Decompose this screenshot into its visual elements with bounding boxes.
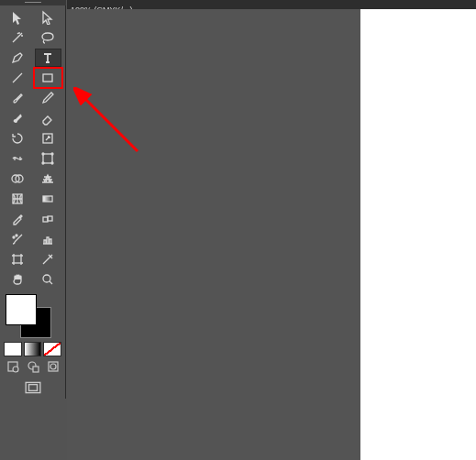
svg-point-14: [16, 235, 17, 236]
eraser-tool[interactable]: [35, 109, 62, 127]
rectangle-tool[interactable]: [35, 69, 62, 87]
fill-stroke-swatch[interactable]: [4, 294, 61, 338]
direct-selection-tool[interactable]: [35, 8, 62, 27]
width-tool[interactable]: [4, 149, 31, 168]
svg-rect-24: [28, 385, 37, 391]
canvas-area[interactable]: [67, 9, 360, 460]
svg-rect-15: [14, 256, 21, 263]
none-mode[interactable]: [43, 342, 61, 356]
svg-rect-20: [33, 367, 39, 372]
symbol-sprayer-tool[interactable]: [4, 230, 31, 248]
color-mode[interactable]: [4, 342, 22, 356]
svg-rect-10: [43, 196, 52, 202]
eyedropper-tool[interactable]: [4, 210, 31, 228]
perspective-grid-tool[interactable]: [35, 170, 62, 188]
artboard-tool[interactable]: [4, 250, 31, 268]
gradient-mode[interactable]: [24, 342, 42, 356]
scale-tool[interactable]: [35, 129, 62, 148]
rotate-tool[interactable]: [4, 129, 31, 148]
svg-rect-0: [43, 74, 52, 82]
selection-tool[interactable]: [4, 8, 31, 27]
blob-brush-tool[interactable]: [4, 109, 31, 127]
svg-point-18: [13, 367, 18, 372]
mesh-tool[interactable]: [4, 190, 31, 208]
tools-panel: [0, 5, 66, 399]
svg-point-6: [51, 162, 53, 164]
paintbrush-tool[interactable]: [4, 89, 31, 107]
shape-builder-tool[interactable]: [4, 170, 31, 188]
blend-tool[interactable]: [35, 210, 62, 228]
svg-point-4: [51, 153, 53, 155]
column-graph-tool[interactable]: [35, 230, 62, 248]
line-segment-tool[interactable]: [4, 69, 31, 87]
fill-swatch[interactable]: [6, 294, 37, 325]
change-screen-mode[interactable]: [20, 379, 46, 396]
svg-rect-12: [48, 216, 52, 221]
hand-tool[interactable]: [4, 270, 31, 289]
document-page[interactable]: [360, 9, 476, 460]
pen-tool[interactable]: [4, 49, 31, 67]
pencil-tool[interactable]: [35, 89, 62, 107]
svg-point-3: [42, 153, 44, 155]
slice-tool[interactable]: [35, 250, 62, 268]
draw-inside[interactable]: [44, 359, 61, 374]
svg-point-5: [42, 162, 44, 164]
lasso-tool[interactable]: [35, 28, 62, 47]
svg-rect-11: [43, 217, 48, 222]
draw-normal[interactable]: [4, 359, 21, 374]
gradient-tool[interactable]: [35, 190, 62, 208]
magic-wand-tool[interactable]: [4, 28, 31, 47]
svg-point-16: [43, 275, 50, 282]
svg-rect-2: [43, 154, 52, 163]
type-tool[interactable]: [35, 49, 62, 67]
zoom-tool[interactable]: [35, 270, 62, 289]
free-transform-tool[interactable]: [35, 149, 62, 168]
draw-behind[interactable]: [24, 359, 41, 374]
svg-point-13: [13, 236, 15, 238]
svg-point-22: [50, 364, 56, 369]
